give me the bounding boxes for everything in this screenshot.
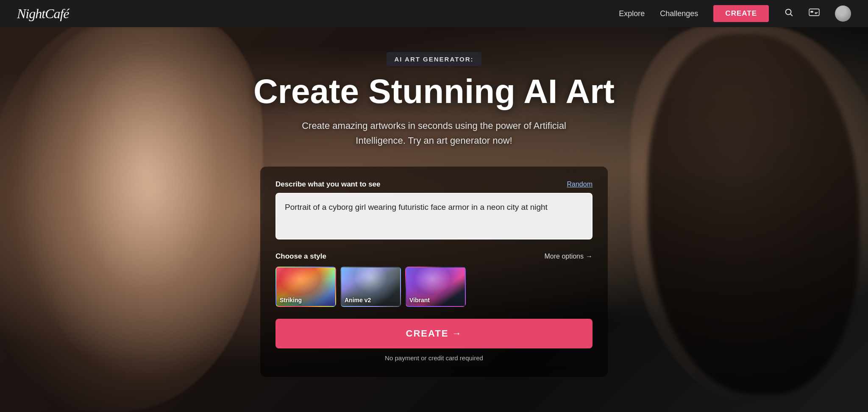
- style-anime-label: Anime v2: [345, 297, 371, 303]
- svg-line-1: [790, 14, 792, 16]
- style-option-vibrant[interactable]: Vibrant: [405, 267, 466, 307]
- more-options-link[interactable]: More options →: [545, 253, 593, 260]
- prompt-label-row: Describe what you want to see Random: [275, 180, 593, 189]
- avatar[interactable]: [835, 6, 851, 22]
- prompt-label: Describe what you want to see: [275, 180, 381, 189]
- more-options-text: More options: [545, 253, 584, 260]
- nav-challenges[interactable]: Challenges: [660, 9, 698, 18]
- avatar-image: [835, 6, 851, 22]
- style-option-anime[interactable]: Anime v2: [340, 267, 401, 307]
- style-option-striking[interactable]: Striking: [275, 267, 336, 307]
- face-right-dark: [648, 34, 860, 394]
- random-link[interactable]: Random: [567, 181, 593, 188]
- face-left-overlay: [17, 25, 250, 390]
- style-thumbnails: Striking Anime v2 Vibrant: [275, 267, 593, 307]
- search-icon[interactable]: [784, 8, 793, 19]
- create-button[interactable]: CREATE →: [275, 319, 593, 348]
- credits-icon[interactable]: [809, 8, 820, 19]
- hero-section: AI ART GENERATOR: Create Stunning AI Art…: [0, 0, 868, 412]
- style-label-row: Choose a style More options →: [275, 252, 593, 261]
- creation-form: Describe what you want to see Random Cho…: [260, 167, 608, 377]
- navbar-right: Explore Challenges CREATE: [619, 5, 851, 22]
- style-label: Choose a style: [275, 252, 326, 261]
- style-striking-label: Striking: [280, 297, 302, 303]
- nav-explore[interactable]: Explore: [619, 9, 645, 18]
- svg-rect-3: [810, 11, 813, 13]
- no-payment-text: No payment or credit card required: [275, 354, 593, 362]
- site-logo[interactable]: NightCafé: [17, 6, 69, 22]
- ai-badge: AI ART GENERATOR:: [387, 52, 481, 66]
- style-vibrant-label: Vibrant: [409, 297, 430, 303]
- more-options-arrow: →: [586, 253, 593, 260]
- prompt-input[interactable]: [275, 193, 593, 239]
- hero-title: Create Stunning AI Art: [253, 74, 615, 109]
- navbar: NightCafé Explore Challenges CREATE: [0, 0, 868, 27]
- nav-create-button[interactable]: CREATE: [713, 5, 769, 22]
- hero-subtitle: Create amazing artworks in seconds using…: [286, 119, 582, 148]
- hero-content: AI ART GENERATOR: Create Stunning AI Art…: [243, 52, 625, 376]
